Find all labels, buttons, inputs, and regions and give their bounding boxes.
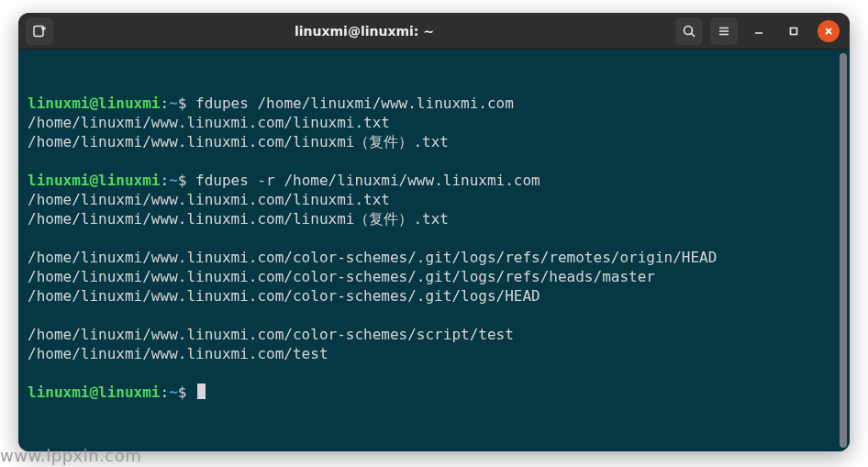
- hamburger-icon: [717, 24, 731, 39]
- close-icon: [823, 26, 834, 37]
- output-blank: [28, 306, 840, 325]
- new-tab-button[interactable]: [26, 17, 53, 45]
- output-line: /home/linuxmi/www.linuxmi.com/color-sche…: [28, 286, 840, 306]
- svg-line-4: [692, 33, 696, 37]
- terminal-window: linuxmi@linuxmi: ~: [18, 13, 850, 451]
- maximize-button[interactable]: [780, 17, 807, 45]
- svg-point-3: [684, 26, 693, 34]
- search-icon: [682, 24, 696, 39]
- prompt-line: linuxmi@linuxmi:~$ fdupes /home/linuxmi/…: [28, 94, 840, 113]
- output-blank: [28, 228, 840, 248]
- search-button[interactable]: [675, 17, 703, 45]
- command-text: fdupes /home/linuxmi/www.linuxmi.com: [195, 95, 514, 112]
- terminal-body[interactable]: linuxmi@linuxmi:~$ fdupes /home/linuxmi/…: [18, 50, 850, 451]
- minimize-icon: [753, 26, 764, 37]
- maximize-icon: [788, 26, 799, 37]
- output-line: /home/linuxmi/www.linuxmi.com/linuxmi（复件…: [28, 209, 840, 228]
- output-line: /home/linuxmi/www.linuxmi.com/linuxmi（复件…: [28, 132, 840, 151]
- output-line: /home/linuxmi/www.linuxmi.com/color-sche…: [28, 325, 840, 344]
- output-blank: [28, 363, 840, 383]
- scrollbar[interactable]: [840, 53, 847, 448]
- terminal-content: linuxmi@linuxmi:~$ fdupes /home/linuxmi/…: [28, 94, 840, 402]
- cursor: [197, 384, 206, 399]
- new-tab-icon: [32, 24, 47, 39]
- command-text: fdupes -r /home/linuxmi/www.linuxmi.com: [195, 172, 540, 189]
- output-line: /home/linuxmi/www.linuxmi.com/linuxmi.tx…: [28, 113, 840, 132]
- titlebar: linuxmi@linuxmi: ~: [18, 13, 850, 50]
- svg-rect-9: [791, 28, 797, 34]
- menu-button[interactable]: [710, 17, 738, 45]
- output-line: /home/linuxmi/www.linuxmi.com/test: [28, 344, 840, 363]
- window-title: linuxmi@linuxmi: ~: [59, 24, 670, 39]
- output-line: /home/linuxmi/www.linuxmi.com/color-sche…: [28, 267, 840, 286]
- svg-rect-0: [34, 26, 43, 36]
- output-blank: [28, 151, 840, 171]
- prompt-line: linuxmi@linuxmi:~$ fdupes -r /home/linux…: [28, 171, 840, 190]
- close-button[interactable]: [815, 17, 842, 45]
- prompt-line: linuxmi@linuxmi:~$: [28, 383, 840, 402]
- minimize-button[interactable]: [745, 17, 773, 45]
- output-line: /home/linuxmi/www.linuxmi.com/color-sche…: [28, 248, 840, 267]
- watermark-text: www.lppxin.com: [0, 446, 141, 465]
- output-line: /home/linuxmi/www.linuxmi.com/linuxmi.tx…: [28, 190, 840, 209]
